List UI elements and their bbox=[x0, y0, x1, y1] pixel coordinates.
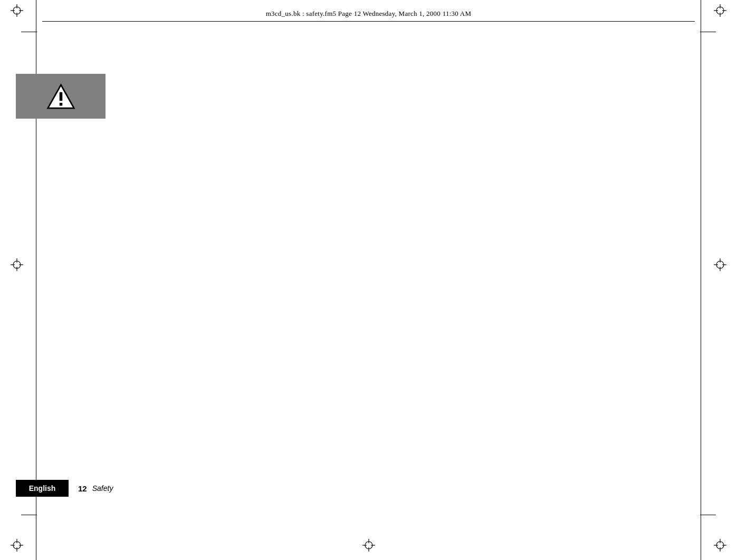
bot-left-rule bbox=[21, 515, 37, 515]
warning-triangle-icon bbox=[46, 83, 75, 110]
right-border bbox=[701, 0, 701, 560]
warning-box bbox=[16, 74, 106, 119]
top-right-rule bbox=[700, 32, 716, 32]
crosshair-top-left bbox=[11, 4, 23, 17]
crosshair-mid-right bbox=[714, 258, 726, 271]
svg-rect-37 bbox=[59, 102, 62, 105]
bot-right-rule bbox=[700, 515, 716, 515]
chapter-name: Safety bbox=[92, 484, 113, 493]
svg-rect-36 bbox=[59, 92, 62, 101]
page-header: m3cd_us.bk : safety.fm5 Page 12 Wednesda… bbox=[42, 9, 695, 22]
page-footer: English 12 Safety bbox=[0, 480, 737, 497]
crosshair-top-right bbox=[714, 4, 726, 17]
page-number: 12 bbox=[78, 484, 87, 493]
top-left-rule bbox=[21, 32, 37, 32]
header-text: m3cd_us.bk : safety.fm5 Page 12 Wednesda… bbox=[42, 9, 695, 18]
crosshair-bot-left bbox=[11, 539, 23, 552]
crosshair-bot-center bbox=[362, 539, 375, 552]
crosshair-bot-right bbox=[714, 539, 726, 552]
language-badge: English bbox=[16, 480, 69, 497]
crosshair-mid-left bbox=[11, 258, 23, 271]
